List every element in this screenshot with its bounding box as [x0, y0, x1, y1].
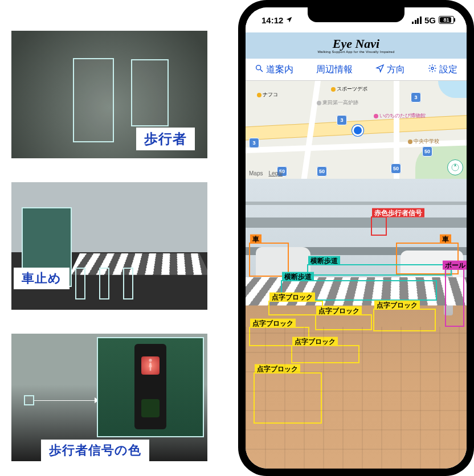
map-current-location — [354, 126, 362, 134]
map-poi-higashida: 東田第一高炉跡 — [317, 99, 358, 106]
crosswalk-stripes — [70, 253, 207, 275]
map-shield: 3 — [249, 138, 259, 148]
map-legal-link[interactable]: Legal — [268, 170, 282, 177]
svg-point-2 — [431, 67, 434, 69]
tab-settings-label: 設定 — [439, 64, 457, 76]
status-time: 14:12 — [261, 15, 283, 25]
thumb-pedestrian: 歩行者 — [11, 31, 207, 158]
map-credit: Maps Legal — [249, 170, 283, 177]
tab-direction-label: 方向 — [387, 64, 405, 76]
map-poi-chuo: 中央中学校 — [408, 138, 439, 145]
battery-icon: 81 — [439, 16, 454, 24]
signal-zoom — [97, 337, 204, 437]
bollard-box-4 — [123, 268, 133, 299]
map-poi-inochi: いのちのたび博物館 — [374, 112, 426, 120]
bollard-box-2 — [75, 268, 85, 299]
status-left: 14:12 — [261, 15, 293, 25]
phone-frame: 14:12 5G 81 Eye Navi Walking Support App… — [238, 0, 474, 476]
direction-arrow-icon — [375, 64, 385, 75]
tab-direction[interactable]: 方向 — [372, 64, 408, 76]
nav-tabs: 道案内 周辺情報 方向 設定 — [246, 59, 467, 81]
search-icon — [255, 64, 264, 75]
signal-bars-icon — [412, 17, 422, 24]
poi-dot-icon — [257, 93, 261, 97]
signal-green-light — [141, 399, 160, 417]
app-title-box: Eye Navi Walking Support App for the Vis… — [317, 38, 394, 54]
poi-dot-icon — [331, 87, 336, 92]
phone-screen: 14:12 5G 81 Eye Navi Walking Support App… — [246, 7, 467, 469]
phone-notch — [308, 7, 404, 22]
map-poi-nafco: ナフコ — [257, 91, 278, 99]
map-view[interactable]: 3 50 50 50 50 3 3 ナフコ スポーツデポ 東田第一高炉跡 いのち… — [246, 81, 467, 179]
svg-line-1 — [260, 69, 263, 72]
thumb-bollard-label: 車止め — [14, 268, 70, 289]
poi-dot-icon — [317, 101, 321, 105]
tab-nearby-label: 周辺情報 — [316, 64, 353, 76]
thumb-pedestrian-label: 歩行者 — [136, 128, 195, 150]
tab-route[interactable]: 道案内 — [251, 64, 297, 76]
map-compass-button[interactable] — [447, 159, 463, 175]
poi-dot-icon — [374, 114, 378, 118]
det-red-signal: 赤色歩行者信号 — [371, 216, 387, 236]
app-title: Eye Navi — [317, 38, 394, 50]
paving-grid — [246, 327, 467, 469]
bollard-box-3 — [99, 268, 109, 299]
map-water — [438, 81, 467, 98]
tab-settings[interactable]: 設定 — [424, 64, 461, 76]
map-shield: 50 — [391, 163, 401, 174]
tab-route-label: 道案内 — [266, 64, 293, 76]
gear-icon — [428, 64, 437, 75]
thumb-signal-label: 歩行者信号の色 — [41, 440, 149, 461]
overpass-1 — [246, 202, 467, 205]
signal-housing — [134, 344, 166, 429]
signal-far-box — [24, 395, 34, 405]
app-header: Eye Navi Walking Support App for the Vis… — [246, 32, 467, 59]
pedestrian-box-1 — [73, 58, 114, 142]
battery-level: 81 — [443, 17, 449, 23]
compass-icon — [451, 163, 460, 172]
map-poi-sports: スポーツデポ — [331, 85, 367, 93]
thumb-signal: 歩行者信号の色 — [11, 334, 207, 461]
poi-dot-icon — [408, 139, 412, 144]
svg-point-0 — [256, 65, 261, 70]
map-shield: 3 — [411, 92, 421, 102]
tab-nearby[interactable]: 周辺情報 — [313, 64, 356, 76]
det-crosswalk-1: 横断歩道 — [307, 264, 452, 276]
camera-view: 赤色歩行者信号 車 車 横断歩道 横断歩道 ボール 点字ブロック 点字ブロック — [246, 179, 467, 469]
overpass-2 — [246, 218, 467, 228]
thumb-bollard: 車止め — [11, 182, 207, 310]
zoom-arrow-line — [34, 400, 97, 401]
map-shield: 50 — [422, 146, 432, 157]
pedestrian-box-2 — [131, 59, 169, 126]
app-subtitle: Walking Support App for the Visually Imp… — [317, 50, 394, 54]
signal-red-light — [141, 356, 160, 375]
map-shield: 50 — [317, 166, 327, 177]
location-icon — [285, 15, 293, 25]
map-shield: 3 — [337, 115, 347, 125]
det-tactile-1: 点字ブロック — [268, 301, 323, 315]
status-right: 5G 81 — [412, 15, 454, 25]
det-bollard: ボール — [445, 269, 464, 327]
map-source: Maps — [249, 170, 263, 177]
network-label: 5G — [424, 15, 436, 25]
